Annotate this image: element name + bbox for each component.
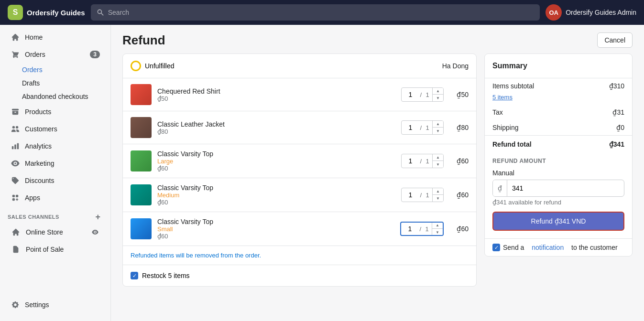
sidebar-home-label: Home [25, 33, 43, 41]
product-name: Classic Varsity Top [157, 150, 395, 158]
restock-label: Restock 5 items [142, 272, 190, 279]
qty-input[interactable] [402, 91, 419, 98]
qty-down-button[interactable]: ▼ [433, 195, 443, 202]
product-total: ₫60 [449, 191, 469, 199]
refund-button[interactable]: Refund ₫341 VND [492, 212, 624, 231]
search-input[interactable] [108, 9, 534, 16]
tax-value: ₫31 [612, 108, 624, 116]
tax-label: Tax [492, 108, 503, 116]
app-logo[interactable]: S Ordersify Guides [8, 5, 85, 20]
qty-down-button[interactable]: ▼ [433, 95, 443, 102]
items-count-link[interactable]: 5 items [485, 94, 632, 105]
main-card: Unfulfilled Ha Dong Chequered Red Shirt … [122, 54, 477, 287]
sidebar-item-products[interactable]: Products [3, 103, 108, 120]
summary-title: Summary [485, 54, 632, 78]
notification-checkbox[interactable]: ✓ [492, 244, 500, 251]
sidebar-bottom: Settings [0, 292, 110, 317]
orders-icon [11, 50, 20, 59]
sidebar-item-settings[interactable]: Settings [3, 296, 108, 313]
product-total: ₫60 [449, 225, 469, 233]
pos-label: Point of Sale [26, 246, 64, 253]
sidebar-apps-label: Apps [25, 194, 40, 202]
sidebar-marketing-label: Marketing [25, 160, 54, 167]
admin-name: Ordersify Guides Admin [566, 9, 636, 16]
qty-input[interactable] [402, 157, 419, 165]
submenu-item-abandoned[interactable]: Abandoned checkouts [22, 90, 108, 103]
product-total: ₫60 [449, 157, 469, 165]
qty-input[interactable] [401, 225, 418, 233]
sidebar-orders-label: Orders [25, 51, 45, 58]
qty-up-button[interactable]: ▲ [433, 120, 443, 128]
qty-down-button[interactable]: ▼ [433, 128, 443, 135]
refund-total-label: Refund total [492, 140, 532, 148]
fulfillment-header: Unfulfilled Ha Dong [123, 54, 476, 78]
cancel-button[interactable]: Cancel [597, 32, 633, 48]
summary-row-shipping: Shipping ₫0 [485, 120, 632, 135]
orders-submenu: Orders Drafts Abandoned checkouts [0, 63, 110, 103]
avatar[interactable]: OA [546, 4, 562, 21]
summary-row-items: Items subtotal ₫310 [485, 78, 632, 94]
notification-link[interactable]: notification [532, 244, 564, 251]
qty-max: 1 [423, 124, 432, 131]
summary-row-total: Refund total ₫341 [485, 135, 632, 152]
qty-input[interactable] [402, 191, 419, 199]
product-qty-control: / 1 ▲ ▼ [401, 188, 444, 202]
qty-up-button[interactable]: ▲ [433, 188, 443, 195]
refund-amount-label: REFUND AMOUNT [492, 158, 624, 164]
sidebar-item-orders[interactable]: Orders 3 [3, 46, 108, 63]
analytics-icon [11, 141, 20, 151]
items-subtotal-value: ₫310 [609, 82, 624, 90]
qty-up-button[interactable]: ▲ [432, 222, 443, 229]
qty-arrows: ▲ ▼ [432, 120, 443, 135]
product-name: Classic Varsity Top [157, 218, 394, 225]
add-sales-channel-button[interactable]: + [93, 212, 103, 222]
submenu-item-orders[interactable]: Orders [22, 63, 108, 76]
notification-prefix: Send a [503, 244, 524, 251]
sidebar-item-home[interactable]: Home [3, 29, 108, 46]
product-price: ₫60 [157, 165, 395, 172]
product-total: ₫50 [449, 91, 469, 98]
sidebar-item-discounts[interactable]: Discounts [3, 172, 108, 189]
product-variant: Large [157, 158, 395, 165]
restock-checkbox[interactable]: ✓ [131, 272, 138, 279]
qty-down-button[interactable]: ▼ [432, 229, 443, 236]
sales-channels-label: SALES CHANNELS + [0, 206, 110, 224]
refund-amount-section: REFUND AMOUNT Manual ₫ ₫341 available fo… [485, 152, 632, 238]
qty-max: 1 [423, 91, 432, 98]
currency-prefix: ₫ [493, 180, 507, 196]
sidebar: Home Orders 3 Orders Drafts Abandoned ch… [0, 25, 111, 321]
sidebar-item-marketing[interactable]: Marketing [3, 155, 108, 172]
qty-up-button[interactable]: ▲ [433, 154, 443, 161]
qty-box: / 1 ▲ ▼ [401, 120, 444, 135]
shipping-label: Shipping [492, 124, 519, 131]
product-image [131, 218, 152, 239]
product-total: ₫80 [449, 124, 469, 131]
summary-row-tax: Tax ₫31 [485, 105, 632, 120]
sidebar-item-online-store[interactable]: Online Store [3, 224, 108, 241]
qty-up-button[interactable]: ▲ [433, 87, 443, 95]
submenu-item-drafts[interactable]: Drafts [22, 76, 108, 90]
sidebar-products-label: Products [25, 108, 51, 116]
customers-icon [11, 124, 20, 134]
sidebar-item-analytics[interactable]: Analytics [3, 138, 108, 155]
marketing-icon [11, 159, 20, 168]
product-qty-control: / 1 ▲ ▼ [401, 87, 444, 102]
refund-amount-input[interactable] [507, 184, 624, 192]
product-qty-control: / 1 ▲ ▼ [401, 120, 444, 135]
product-variant: Small [157, 225, 394, 233]
main-content: Refund Cancel Unfulfilled Ha Dong [111, 25, 644, 321]
qty-input[interactable] [402, 124, 419, 131]
products-icon [11, 107, 20, 117]
qty-down-button[interactable]: ▼ [433, 161, 443, 168]
qty-arrows: ▲ ▼ [432, 154, 443, 168]
notification-suffix: to the customer [571, 244, 618, 251]
sidebar-item-pos[interactable]: Point of Sale [3, 241, 108, 258]
qty-box-active: / 1 ▲ ▼ [400, 222, 444, 236]
sidebar-item-apps[interactable]: Apps [3, 189, 108, 206]
home-icon [11, 32, 20, 42]
product-qty-control: / 1 ▲ ▼ [401, 154, 444, 168]
search-bar[interactable] [91, 4, 540, 21]
pos-icon [11, 244, 21, 255]
sidebar-item-customers[interactable]: Customers [3, 120, 108, 138]
product-image [131, 184, 152, 205]
